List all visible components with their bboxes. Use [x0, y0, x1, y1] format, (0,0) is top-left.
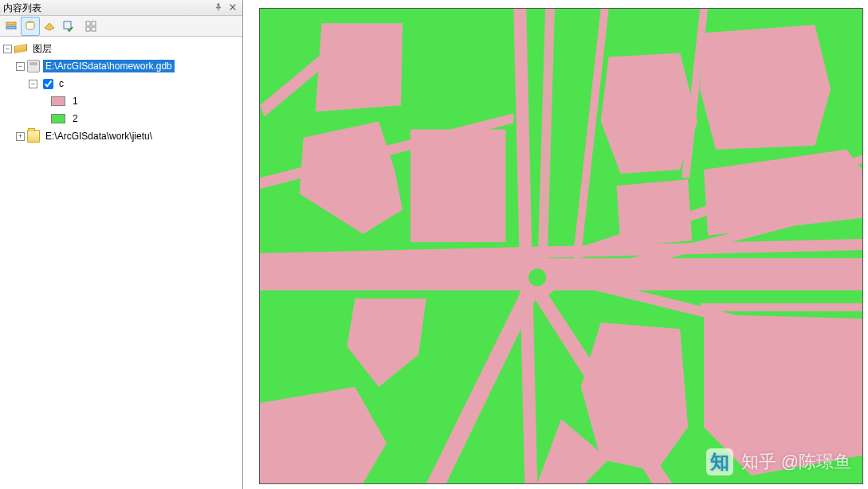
svg-rect-4 — [64, 22, 71, 29]
symbol-label: 1 — [70, 95, 81, 108]
svg-marker-15 — [700, 25, 831, 150]
toc-title: 内容列表 — [3, 0, 210, 16]
tree-symbol-row[interactable]: 1 — [2, 92, 241, 110]
list-selection-icon — [62, 20, 75, 33]
tree-item-label: E:\ArcGISdata\work\jietu\ — [43, 130, 155, 143]
list-drawing-icon — [5, 20, 18, 33]
list-by-selection-button[interactable] — [59, 17, 78, 36]
folder-icon — [27, 130, 40, 143]
toc-panel: 内容列表 — [0, 0, 243, 489]
map-wrapper: 知 知乎 @陈璟鱼 — [243, 0, 868, 489]
roundabout-center — [528, 268, 546, 286]
layer-visibility-checkbox[interactable] — [43, 79, 53, 89]
close-button[interactable] — [226, 2, 239, 14]
layer-tree[interactable]: − 图层 − E:\ArcGISdata\homework.gdb − c — [0, 37, 242, 489]
svg-rect-1 — [6, 26, 16, 29]
map-canvas — [260, 9, 862, 483]
toc-header: 内容列表 — [0, 0, 242, 16]
svg-rect-7 — [86, 27, 90, 31]
tree-item-folder[interactable]: + E:\ArcGISdata\work\jietu\ — [2, 127, 241, 145]
list-source-icon — [24, 20, 37, 33]
layers-icon — [14, 44, 27, 53]
symbol-swatch — [51, 114, 65, 123]
tree-root-label: 图层 — [30, 41, 54, 57]
svg-marker-11 — [410, 130, 505, 242]
tree-symbol-row[interactable]: 2 — [2, 110, 241, 127]
svg-rect-6 — [92, 22, 96, 25]
svg-marker-14 — [601, 53, 697, 174]
svg-marker-19 — [704, 315, 862, 475]
expand-toggle[interactable]: − — [3, 45, 12, 53]
list-by-drawing-order-button[interactable] — [2, 17, 21, 36]
geodatabase-icon — [27, 60, 40, 72]
tree-root[interactable]: − 图层 — [2, 40, 241, 57]
svg-rect-5 — [86, 22, 90, 25]
options-button[interactable] — [81, 17, 100, 36]
symbol-label: 2 — [70, 112, 81, 125]
tree-item-layer[interactable]: − c — [2, 75, 241, 92]
map-view[interactable]: 知 知乎 @陈璟鱼 — [259, 8, 863, 484]
svg-rect-8 — [92, 27, 96, 31]
pin-icon — [214, 0, 222, 16]
pin-button[interactable] — [212, 2, 225, 14]
list-by-visibility-button[interactable] — [40, 17, 59, 36]
expand-toggle[interactable]: − — [16, 62, 25, 71]
tree-item-label: E:\ArcGISdata\homework.gdb — [43, 60, 175, 72]
svg-rect-0 — [6, 22, 16, 25]
expand-toggle[interactable]: + — [16, 132, 25, 141]
toc-toolbar — [0, 16, 242, 37]
expand-toggle[interactable]: − — [29, 80, 37, 88]
list-by-source-button[interactable] — [21, 17, 40, 36]
svg-marker-3 — [45, 23, 54, 30]
tree-item-label: c — [57, 77, 66, 90]
symbol-swatch — [51, 96, 65, 106]
tree-item-gdb[interactable]: − E:\ArcGISdata\homework.gdb — [2, 57, 241, 75]
svg-marker-9 — [316, 23, 403, 111]
options-icon — [84, 20, 97, 33]
svg-marker-16 — [617, 179, 693, 247]
list-visibility-icon — [43, 20, 56, 33]
close-icon — [229, 0, 237, 16]
